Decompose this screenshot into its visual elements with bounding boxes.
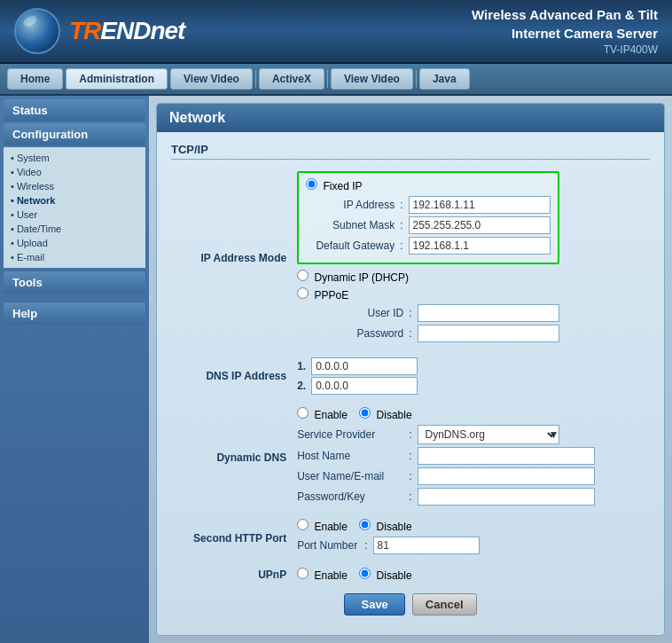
password-key-label: Password/Key	[297, 490, 403, 503]
sidebar-item-datetime[interactable]: • Date/Time	[11, 222, 138, 236]
fixed-ip-radio[interactable]	[306, 178, 317, 190]
sp-colon: :	[409, 428, 411, 441]
password-row: Password :	[315, 325, 645, 342]
username-email-row: User Name/E-mail :	[297, 467, 645, 485]
subnet-mask-row: Subnet Mask :	[306, 216, 550, 234]
upnp-label: UPnP	[171, 565, 292, 584]
subnet-mask-input[interactable]	[409, 216, 551, 234]
sidebar-item-upload[interactable]: • Upload	[11, 236, 138, 250]
user-id-row: User ID :	[315, 304, 645, 322]
sidebar-config-items: • System • Video • Wireless • Network • …	[4, 147, 145, 268]
logo-text: TRENDnet	[69, 17, 184, 45]
product-info: Wireless Advanced Pan & Tilt Internet Ca…	[472, 5, 658, 58]
ip-colon-3: :	[400, 239, 402, 252]
save-button[interactable]: Save	[344, 593, 404, 616]
fixed-ip-label: Fixed IP	[324, 180, 363, 192]
host-name-input[interactable]	[418, 447, 595, 465]
ip-colon-2: :	[400, 219, 402, 231]
main-layout: Status Configuration • System • Video • …	[0, 96, 672, 643]
port-number-row: Port Number :	[297, 537, 645, 554]
default-gateway-input[interactable]	[409, 237, 551, 255]
panel-body: TCP/IP IP Address Mode Fixed IP	[157, 132, 664, 635]
http-port-disable-radio[interactable]	[359, 519, 371, 530]
sidebar-item-system[interactable]: • System	[11, 151, 138, 165]
user-id-colon: :	[409, 307, 411, 319]
ddns-enable-label: Enable	[315, 409, 348, 421]
hn-colon: :	[409, 450, 411, 462]
pn-colon: :	[364, 539, 367, 552]
sidebar-help[interactable]: Help	[4, 302, 145, 325]
product-model: TV-IP400W	[472, 43, 658, 58]
logo-area: TRENDnet	[14, 8, 184, 54]
sidebar: Status Configuration • System • Video • …	[0, 96, 149, 643]
upnp-enable-label: Enable	[315, 569, 348, 582]
ddns-enable-radio[interactable]	[297, 407, 309, 419]
dns2-input[interactable]	[311, 377, 418, 395]
nav-divider-2	[327, 70, 328, 88]
dns1-input[interactable]	[311, 357, 418, 375]
http-port-enable-radio[interactable]	[297, 519, 309, 530]
user-id-input[interactable]	[418, 304, 559, 322]
sidebar-item-network[interactable]: • Network	[11, 193, 138, 208]
nav-administration[interactable]: Administration	[66, 68, 168, 90]
dns-label: DNS IP Address	[171, 353, 292, 399]
service-provider-select[interactable]: DynDNS.org	[418, 425, 559, 444]
service-provider-label: Service Provider	[297, 428, 403, 441]
pppoe-radio[interactable]	[297, 287, 309, 299]
dns1-row: 1.	[297, 357, 645, 375]
dynamic-dns-options: Enable Disable Service Provider : DynDNS…	[292, 404, 650, 511]
sidebar-item-video[interactable]: • Video	[11, 165, 138, 179]
header: TRENDnet Wireless Advanced Pan & Tilt In…	[0, 0, 672, 64]
http-port-label: Second HTTP Port	[171, 516, 292, 560]
sidebar-status[interactable]: Status	[4, 99, 145, 122]
upnp-disable-radio[interactable]	[359, 568, 371, 579]
ip-colon-1: :	[400, 199, 402, 211]
sidebar-item-user[interactable]: • User	[11, 208, 138, 222]
username-email-input[interactable]	[418, 467, 595, 485]
ddns-disable-radio[interactable]	[359, 407, 371, 419]
fixed-ip-radio-row: Fixed IP	[306, 178, 550, 192]
sidebar-item-email[interactable]: • E-mail	[11, 250, 138, 264]
nav-divider-3	[416, 70, 417, 88]
pppoe-password-label: Password	[315, 327, 403, 340]
pppoe-row: PPPoE	[297, 287, 645, 302]
dynamic-dns-radios: Enable Disable	[297, 407, 645, 421]
http-port-row: Second HTTP Port Enable Disable Port Num…	[171, 516, 650, 560]
password-key-input[interactable]	[418, 488, 595, 506]
http-port-radios: Enable Disable	[297, 519, 645, 533]
upnp-enable-radio[interactable]	[297, 568, 309, 579]
sidebar-item-wireless[interactable]: • Wireless	[11, 179, 138, 193]
cancel-button[interactable]: Cancel	[412, 593, 477, 616]
sidebar-tools[interactable]: Tools	[4, 271, 145, 294]
tcpip-table: IP Address Mode Fixed IP IP Address	[171, 169, 650, 584]
product-sub: Internet Camera Server	[472, 24, 658, 43]
panel-title: Network	[157, 104, 664, 132]
pppoe-label: PPPoE	[315, 289, 349, 302]
dns-inputs: 1. 2.	[292, 353, 650, 399]
product-name: Wireless Advanced Pan & Tilt	[472, 5, 658, 24]
password-key-row: Password/Key :	[297, 488, 645, 506]
fixed-ip-box: Fixed IP IP Address : Subnet Mask :	[297, 171, 559, 264]
nav-viewvideo-activex[interactable]: View Video	[170, 68, 253, 90]
nav-java[interactable]: Java	[419, 68, 470, 90]
upnp-row: UPnP Enable Disable	[171, 565, 650, 584]
ip-mode-options: Fixed IP IP Address : Subnet Mask :	[292, 169, 650, 348]
tcpip-section-title: TCP/IP	[171, 143, 650, 160]
ip-address-input[interactable]	[409, 196, 551, 214]
nav-activex[interactable]: ActiveX	[259, 68, 324, 90]
sidebar-configuration[interactable]: Configuration	[4, 123, 145, 145]
dynamic-ip-radio[interactable]	[297, 270, 309, 281]
nav-home[interactable]: Home	[7, 68, 63, 90]
dynamic-ip-row: Dynamic IP (DHCP)	[297, 270, 645, 284]
nav-viewvideo-java[interactable]: View Video	[331, 68, 413, 90]
port-number-input[interactable]	[373, 537, 480, 554]
default-gateway-label: Default Gateway	[306, 239, 395, 252]
action-bar: Save Cancel	[171, 584, 650, 624]
content-area: Network TCP/IP IP Address Mode Fixed IP	[149, 96, 672, 643]
upnp-disable-label: Disable	[377, 569, 412, 582]
dns-row: DNS IP Address 1. 2.	[171, 353, 650, 399]
http-port-enable-label: Enable	[315, 521, 348, 533]
dns2-row: 2.	[297, 377, 645, 395]
pppoe-password-input[interactable]	[418, 325, 559, 342]
user-id-label: User ID	[315, 307, 403, 319]
